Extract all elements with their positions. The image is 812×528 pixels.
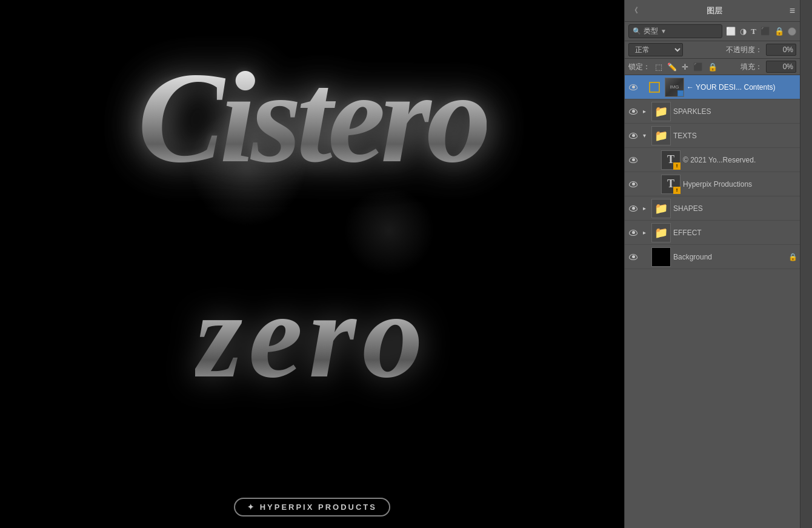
layer-expand-button[interactable]: ▾ xyxy=(639,131,649,141)
layer-visibility-toggle[interactable] xyxy=(627,202,639,215)
layer-name: Hyperpix Productions xyxy=(683,180,797,189)
layer-item[interactable]: ▾📁TEXTS xyxy=(625,124,800,148)
panel-collapse-button[interactable]: 《 xyxy=(630,4,639,17)
filter-smart-icon[interactable]: 🔒 xyxy=(773,25,785,37)
search-icon: 🔍 xyxy=(633,27,641,35)
filter-type-icons: ⬜ ◑ T ⬛ 🔒 xyxy=(725,25,785,38)
brand-text: ✦ HYPERPIX PRODUCTS xyxy=(234,498,390,516)
layer-thumbnail: 📁 xyxy=(651,126,671,145)
lock-all-icon[interactable]: 🔒 xyxy=(707,61,719,73)
lock-artboard-icon[interactable]: ⬛ xyxy=(692,61,704,73)
layer-visibility-toggle[interactable] xyxy=(627,154,639,166)
layer-name: Background xyxy=(673,253,788,261)
layer-thumbnail: IMG xyxy=(665,78,684,97)
fill-input[interactable] xyxy=(766,61,796,73)
layer-item[interactable]: ▸📁SHAPES xyxy=(625,196,800,221)
panel-menu-button[interactable]: ≡ xyxy=(790,5,795,16)
layer-name: TEXTS xyxy=(673,132,797,140)
filter-shape-icon[interactable]: ⬛ xyxy=(759,25,771,37)
filter-dropdown-arrow: ▼ xyxy=(661,28,667,35)
layer-thumbnail: 📁 xyxy=(651,199,671,218)
layer-thumbnail: T! xyxy=(661,150,681,170)
canvas-area: Cistero zero ✦ HYPERPIX PRODUCTS xyxy=(0,0,624,528)
opacity-label: 不透明度： xyxy=(726,45,762,55)
filter-type-label: 类型 xyxy=(644,26,658,36)
layer-item[interactable]: T!© 2021 Yo...Reserved. xyxy=(625,148,800,172)
layer-name: SPARKLES xyxy=(673,107,797,116)
layer-item[interactable]: ▸📁EFFECT xyxy=(625,221,800,245)
right-strip xyxy=(800,0,812,528)
layer-item[interactable]: Background🔒 xyxy=(625,245,800,269)
layers-list: IMG← YOUR DESI... Contents)▸📁SPARKLES▾📁T… xyxy=(625,75,800,528)
layer-expand-button[interactable]: ▸ xyxy=(639,107,649,116)
panel-header: 《 图层 ≡ xyxy=(625,0,800,22)
layers-panel: 《 图层 ≡ 🔍 类型 ▼ ⬜ ◑ T ⬛ 🔒 正常 不透明度： xyxy=(624,0,800,528)
blend-mode-select[interactable]: 正常 xyxy=(628,43,683,56)
panel-collapse-icons: 《 xyxy=(630,4,639,17)
filter-pixel-icon[interactable]: ⬜ xyxy=(725,25,737,37)
layer-expand-button[interactable]: ▸ xyxy=(639,228,649,238)
layer-visibility-toggle[interactable] xyxy=(627,178,639,190)
layer-item[interactable]: IMG← YOUR DESI... Contents) xyxy=(625,75,800,99)
layer-lock-indicator: 🔒 xyxy=(788,253,797,261)
lock-icons: ⬚ ✏️ ✛ ⬛ 🔒 xyxy=(654,61,719,73)
layer-expand-button[interactable]: ▸ xyxy=(639,204,649,213)
fill-label: 填充： xyxy=(740,62,762,72)
filter-search-box[interactable]: 🔍 类型 ▼ xyxy=(628,24,722,38)
lock-label: 锁定： xyxy=(628,62,650,72)
brand-bar: ✦ HYPERPIX PRODUCTS xyxy=(234,501,390,512)
layer-visibility-toggle[interactable] xyxy=(627,251,639,263)
canvas-content: Cistero zero ✦ HYPERPIX PRODUCTS xyxy=(0,0,624,528)
layer-name: ← YOUR DESI... Contents) xyxy=(687,83,797,92)
panel-title: 图层 xyxy=(707,5,722,16)
filter-toggle[interactable] xyxy=(788,27,796,36)
opacity-input[interactable] xyxy=(766,44,796,56)
layer-visibility-toggle[interactable] xyxy=(627,105,639,118)
layer-item[interactable]: T!Hyperpix Productions xyxy=(625,172,800,196)
main-title-text: Cistero xyxy=(138,53,486,182)
lock-image-icon[interactable]: ✏️ xyxy=(666,61,678,73)
layer-thumbnail: 📁 xyxy=(651,223,671,242)
layer-visibility-toggle[interactable] xyxy=(627,130,639,142)
filter-adjustment-icon[interactable]: ◑ xyxy=(739,25,748,37)
layer-name: © 2021 Yo...Reserved. xyxy=(683,156,797,164)
layer-visibility-toggle[interactable] xyxy=(627,81,639,93)
filter-type-icon[interactable]: T xyxy=(750,25,757,38)
layer-name: EFFECT xyxy=(673,229,797,237)
lock-position-icon[interactable]: ✛ xyxy=(681,61,690,73)
layer-thumbnail xyxy=(651,247,671,267)
layer-visibility-toggle[interactable] xyxy=(627,227,639,239)
layer-selected-indicator xyxy=(649,82,660,93)
lock-transparency-icon[interactable]: ⬚ xyxy=(654,61,664,73)
layer-item[interactable]: ▸📁SPARKLES xyxy=(625,99,800,124)
blend-mode-row: 正常 不透明度： xyxy=(625,41,800,59)
sub-title-text: zero xyxy=(195,275,429,396)
layer-thumbnail: 📁 xyxy=(651,102,671,121)
lock-row: 锁定： ⬚ ✏️ ✛ ⬛ 🔒 填充： xyxy=(625,59,800,75)
layer-name: SHAPES xyxy=(673,204,797,213)
filter-row: 🔍 类型 ▼ ⬜ ◑ T ⬛ 🔒 xyxy=(625,22,800,41)
canvas-background: Cistero zero ✦ HYPERPIX PRODUCTS xyxy=(0,0,624,528)
layer-thumbnail: T! xyxy=(661,175,681,194)
